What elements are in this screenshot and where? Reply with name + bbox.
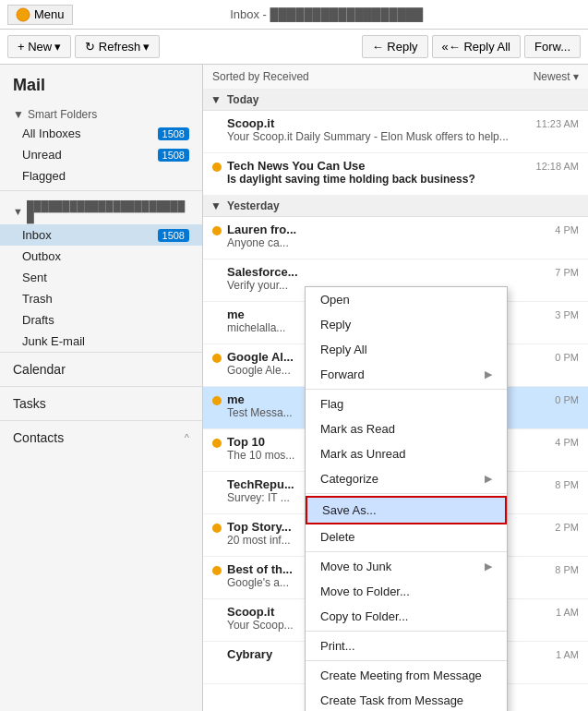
sort-label: Sorted by Received: [212, 70, 309, 83]
email-item[interactable]: Scoop.it Your Scoop.it Daily Summary - E…: [203, 111, 588, 153]
unread-dot: [212, 354, 222, 363]
email-subject: Is daylight saving time holding back bus…: [227, 173, 531, 186]
sort-order[interactable]: Newest ▾: [534, 70, 579, 83]
ctx-item-move-to-junk[interactable]: Move to Junk ▶: [306, 554, 507, 579]
unread-dot: [212, 609, 222, 618]
outbox-label: Outbox: [22, 249, 61, 263]
email-sender: Salesforce...: [227, 265, 549, 279]
email-time: 4 PM: [555, 435, 579, 448]
ctx-item-delete[interactable]: Delete: [306, 524, 507, 549]
reply-all-button[interactable]: «← Reply All: [432, 35, 521, 58]
smart-folders-header[interactable]: ▼ Smart Folders: [0, 102, 202, 123]
reply-label: ← Reply: [372, 40, 418, 54]
account-name: ███████████████████████: [27, 200, 189, 223]
flagged-label: Flagged: [22, 169, 66, 183]
ctx-item-copy-to-folder[interactable]: Copy to Folder...: [306, 604, 507, 629]
ctx-item-save-as[interactable]: Save As...: [306, 496, 507, 524]
ctx-item-create-meeting[interactable]: Create Meeting from Message: [306, 663, 507, 688]
all-inboxes-badge: 1508: [158, 127, 189, 140]
email-content: Scoop.it Your Scoop.it Daily Summary - E…: [227, 116, 531, 143]
ctx-categorize-arrow: ▶: [485, 473, 492, 485]
sidebar-item-junk[interactable]: Junk E-mail: [0, 331, 202, 352]
reply-button[interactable]: ← Reply: [362, 35, 428, 58]
unread-dot: [212, 120, 222, 129]
ctx-item-open[interactable]: Open: [306, 287, 507, 312]
ctx-open-label: Open: [320, 293, 350, 307]
email-time: 1 AM: [556, 605, 579, 618]
ctx-item-move-to-folder[interactable]: Move to Folder...: [306, 579, 507, 604]
email-time: 3 PM: [555, 307, 579, 320]
calendar-label: Calendar: [13, 362, 66, 377]
unread-badge: 1508: [158, 149, 189, 162]
ctx-reply-all-label: Reply All: [320, 343, 367, 356]
account-label: ▼ ███████████████████████: [0, 195, 202, 224]
email-content: Tech News You Can Use Is daylight saving…: [227, 159, 531, 186]
section-label: Today: [227, 93, 258, 106]
sidebar-nav-contacts[interactable]: Contacts ^: [0, 420, 202, 454]
sidebar-item-flagged[interactable]: Flagged: [0, 165, 202, 187]
sidebar-item-unread[interactable]: Unread 1508: [0, 144, 202, 165]
junk-label: Junk E-mail: [22, 334, 85, 348]
sent-label: Sent: [22, 271, 47, 284]
email-list-header: Sorted by Received Newest ▾: [203, 65, 588, 90]
sidebar-item-inbox[interactable]: Inbox 1508: [0, 224, 202, 246]
ctx-move-to-junk-label: Move to Junk: [320, 560, 391, 573]
forward-button[interactable]: Forw...: [524, 35, 581, 58]
email-list-panel: Sorted by Received Newest ▾ ▼ Today Scoo…: [203, 65, 588, 711]
sidebar-item-trash[interactable]: Trash: [0, 288, 202, 309]
unread-dot: [212, 524, 222, 533]
new-button[interactable]: + New ▾: [7, 35, 71, 58]
menu-logo-icon: [16, 7, 30, 22]
ctx-item-print[interactable]: Print...: [306, 633, 507, 658]
ctx-item-mark-unread[interactable]: Mark as Unread: [306, 441, 507, 466]
context-menu: Open Reply Reply All Forward ▶ Flag Mark…: [305, 286, 508, 711]
drafts-label: Drafts: [22, 313, 54, 327]
sidebar-item-sent[interactable]: Sent: [0, 267, 202, 288]
sidebar-title: Mail: [0, 65, 202, 102]
refresh-button[interactable]: ↻ Refresh ▾: [75, 35, 160, 58]
email-subject: Your Scoop.it Daily Summary - Elon Musk …: [227, 130, 531, 143]
ctx-divider: [306, 493, 507, 494]
ctx-item-forward[interactable]: Forward ▶: [306, 362, 507, 387]
email-sender: Scoop.it: [227, 116, 531, 130]
email-subject: Anyone ca...: [227, 236, 549, 249]
email-sender: Tech News You Can Use: [227, 159, 531, 173]
ctx-item-reply-all[interactable]: Reply All: [306, 337, 507, 362]
ctx-item-flag[interactable]: Flag: [306, 392, 507, 416]
ctx-copy-to-folder-label: Copy to Folder...: [320, 609, 408, 623]
unread-dot: [212, 651, 222, 660]
toolbar-right-actions: ← Reply «← Reply All Forw...: [362, 35, 581, 58]
ctx-move-to-folder-label: Move to Folder...: [320, 584, 410, 598]
forward-label: Forw...: [534, 40, 570, 54]
window-title: Inbox - ██████████████████: [73, 7, 581, 21]
smart-folders-collapse-icon: ▼: [13, 108, 24, 121]
refresh-dropdown-icon: ▾: [143, 40, 150, 54]
sidebar-nav-tasks[interactable]: Tasks: [0, 386, 202, 420]
ctx-forward-arrow: ▶: [485, 368, 492, 380]
menu-button[interactable]: Menu: [7, 5, 73, 25]
email-item[interactable]: Lauren fro... Anyone ca... 4 PM: [203, 217, 588, 259]
section-label: Yesterday: [227, 199, 280, 212]
ctx-divider: [306, 389, 507, 390]
ctx-item-categorize[interactable]: Categorize ▶: [306, 466, 507, 491]
ctx-delete-label: Delete: [320, 530, 355, 544]
ctx-item-create-task[interactable]: Create Task from Message: [306, 688, 507, 711]
sidebar-item-outbox[interactable]: Outbox: [0, 246, 202, 267]
all-inboxes-label: All Inboxes: [22, 127, 81, 140]
section-today: ▼ Today: [203, 90, 588, 111]
unread-dot: [212, 269, 222, 278]
ctx-item-reply[interactable]: Reply: [306, 312, 507, 337]
ctx-forward-label: Forward: [320, 368, 365, 381]
unread-dot: [212, 311, 222, 320]
ctx-flag-label: Flag: [320, 397, 343, 411]
email-time: 7 PM: [555, 265, 579, 278]
unread-dot: [212, 396, 222, 405]
email-time: 8 PM: [555, 562, 579, 575]
email-time: 4 PM: [555, 223, 579, 235]
ctx-item-mark-read[interactable]: Mark as Read: [306, 416, 507, 441]
email-item[interactable]: Tech News You Can Use Is daylight saving…: [203, 153, 588, 196]
sidebar-item-all-inboxes[interactable]: All Inboxes 1508: [0, 123, 202, 144]
sidebar-item-drafts[interactable]: Drafts: [0, 309, 202, 331]
sidebar-divider-1: [0, 190, 202, 191]
sidebar-nav-calendar[interactable]: Calendar: [0, 352, 202, 386]
